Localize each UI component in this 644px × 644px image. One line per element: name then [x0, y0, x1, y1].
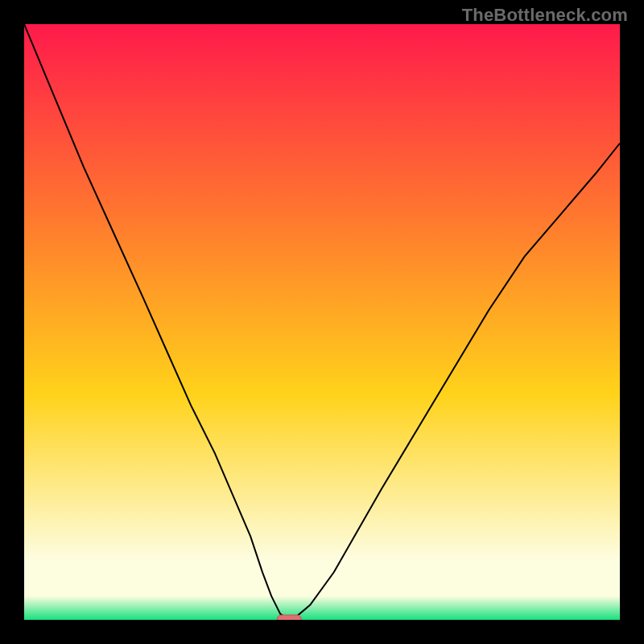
watermark-text: TheBottleneck.com — [462, 5, 628, 26]
optimum-marker — [277, 615, 301, 620]
chart-svg — [24, 24, 620, 620]
gradient-background — [24, 24, 620, 620]
figure-frame: TheBottleneck.com — [0, 0, 644, 644]
plot-area — [24, 24, 620, 620]
